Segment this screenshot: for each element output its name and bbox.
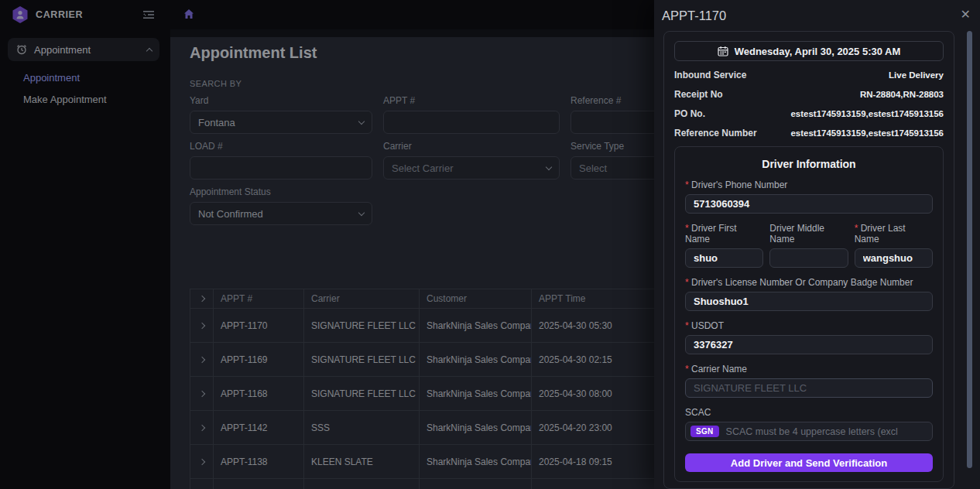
scac-input[interactable]: SGN SCAC must be 4 uppercase letters (ex… [685,422,933,441]
info-row-po-no: PO No. estest1745913159,estest1745913156 [674,108,944,119]
carrier-name-label: Carrier Name [685,364,933,374]
driver-first-name-label: Driver First Name [685,223,763,244]
info-label: Receipt No [674,89,723,100]
appointment-detail-drawer: APPT-1170 ✕ Wednesday, April 30, [654,0,980,489]
carrier-name-input [685,378,933,398]
driver-information-title: Driver Information [685,158,933,170]
usdot-label: USDOT [685,320,933,331]
drawer-mask[interactable] [0,0,654,489]
info-label: Inbound Service [674,70,746,80]
appointment-datetime-text: Wednesday, April 30, 2025 5:30 AM [735,46,901,57]
info-value: RN-28804,RN-28803 [860,90,944,99]
info-row-inbound-service: Inbound Service Live Delivery [674,70,944,80]
driver-last-name-label: Driver Last Name [855,223,933,244]
add-driver-button[interactable]: Add Driver and Send Verification [685,453,933,472]
app-window: CARRIER Appointment Appointment Make App… [0,0,980,489]
driver-license-input[interactable] [685,292,933,311]
driver-information-card: Driver Information Driver's Phone Number… [674,146,944,482]
info-label: Reference Number [674,128,757,138]
driver-phone-input[interactable] [685,194,933,214]
drawer-scrollbar[interactable] [967,31,972,468]
scac-label: SCAC [685,407,933,418]
info-value: Live Delivery [889,70,944,80]
driver-middle-name-input[interactable] [769,248,848,268]
driver-first-name-input[interactable] [685,248,763,268]
appointment-datetime[interactable]: Wednesday, April 30, 2025 5:30 AM [674,41,944,61]
scac-tag[interactable]: SGN [690,426,719,437]
drawer-title: APPT-1170 [662,9,726,23]
drawer-header: APPT-1170 ✕ [654,0,980,31]
driver-phone-label: Driver's Phone Number [685,180,933,190]
driver-middle-name-label: Driver Middle Name [769,223,848,244]
calendar-icon [718,46,728,56]
scac-placeholder: SCAC must be 4 uppercase letters (excl [726,426,898,437]
info-label: PO No. [674,108,705,119]
info-value: estest1745913159,estest1745913156 [790,109,944,118]
driver-last-name-input[interactable] [855,248,933,268]
info-row-receipt-no: Receipt No RN-28804,RN-28803 [674,89,944,100]
appointment-summary-card: Wednesday, April 30, 2025 5:30 AM Inboun… [663,31,954,489]
usdot-input[interactable] [685,335,933,354]
info-value: estest1745913159,estest1745913156 [790,128,944,138]
driver-license-label: Driver's License Number Or Company Badge… [685,277,933,288]
info-row-reference-number: Reference Number estest1745913159,estest… [674,128,944,138]
close-icon[interactable]: ✕ [961,7,971,22]
